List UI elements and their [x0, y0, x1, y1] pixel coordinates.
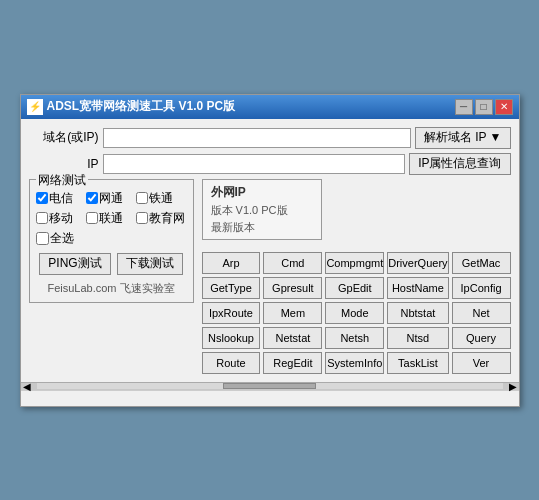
scrollbar-thumb[interactable] [223, 383, 316, 389]
cmd-btn-regedit[interactable]: RegEdit [263, 352, 322, 374]
domain-row: 域名(或IP) 解析域名 IP ▼ [29, 127, 511, 149]
content-area: 域名(或IP) 解析域名 IP ▼ IP IP属性信息查询 网络测试 [21, 119, 519, 382]
status-bar [21, 390, 519, 406]
app-icon: ⚡ [27, 99, 43, 115]
title-bar: ⚡ ADSL宽带网络测速工具 V1.0 PC版 ─ □ ✕ [21, 95, 519, 119]
cmd-btn-nslookup[interactable]: Nslookup [202, 327, 261, 349]
netcom-label: 网通 [99, 190, 123, 207]
left-panel: 网络测试 电信 网通 [29, 179, 194, 374]
railcom-checkbox[interactable] [136, 192, 148, 204]
domain-input[interactable] [103, 128, 411, 148]
cmd-btn-gpresult[interactable]: Gpresult [263, 277, 322, 299]
cmd-btn-systeminfo[interactable]: SystemInfo [325, 352, 384, 374]
latest-label: 最新版本 [211, 221, 255, 233]
checkbox-row-2: 移动 联通 教育网 [36, 210, 187, 227]
cmd-btn-hostname[interactable]: HostName [387, 277, 448, 299]
horizontal-scrollbar[interactable]: ◀ ▶ [21, 382, 519, 390]
checkbox-all: 全选 [36, 230, 74, 247]
window-title: ADSL宽带网络测速工具 V1.0 PC版 [47, 98, 236, 115]
scroll-right-arrow[interactable]: ▶ [507, 381, 519, 392]
version-label: 版本 [211, 204, 233, 216]
mobile-label: 移动 [49, 210, 73, 227]
ip-attr-button[interactable]: IP属性信息查询 [409, 153, 510, 175]
all-checkbox[interactable] [36, 232, 49, 245]
edu-checkbox[interactable] [136, 212, 148, 224]
netcom-checkbox[interactable] [86, 192, 98, 204]
cmd-btn-getmac[interactable]: GetMac [452, 252, 511, 274]
cmd-btn-netsh[interactable]: Netsh [325, 327, 384, 349]
outer-ip-title: 外网IP [211, 184, 313, 201]
outer-ip-box: 外网IP 版本 V1.0 PC版 最新版本 [202, 179, 322, 240]
cmd-btn-gpedit[interactable]: GpEdit [325, 277, 384, 299]
scroll-left-arrow[interactable]: ◀ [21, 381, 33, 392]
cmd-btn-gettype[interactable]: GetType [202, 277, 261, 299]
network-test-group: 网络测试 电信 网通 [29, 179, 194, 303]
domain-label: 域名(或IP) [29, 129, 99, 146]
title-buttons: ─ □ ✕ [455, 99, 513, 115]
checkbox-netcom: 网通 [86, 190, 134, 207]
cmd-btn-ver[interactable]: Ver [452, 352, 511, 374]
cmd-btn-ntsd[interactable]: Ntsd [387, 327, 448, 349]
railcom-label: 铁通 [149, 190, 173, 207]
checkbox-railcom: 铁通 [136, 190, 184, 207]
version-value: V1.0 PC版 [236, 204, 288, 216]
main-window: ⚡ ADSL宽带网络测速工具 V1.0 PC版 ─ □ ✕ 域名(或IP) 解析… [20, 94, 520, 407]
minimize-button[interactable]: ─ [455, 99, 473, 115]
cmd-btn-mem[interactable]: Mem [263, 302, 322, 324]
mobile-checkbox[interactable] [36, 212, 48, 224]
checkbox-telecom: 电信 [36, 190, 84, 207]
resolve-button[interactable]: 解析域名 IP ▼ [415, 127, 511, 149]
ip-label: IP [29, 157, 99, 171]
checkbox-row-1: 电信 网通 铁通 [36, 190, 187, 207]
main-area: 网络测试 电信 网通 [29, 179, 511, 374]
telecom-label: 电信 [49, 190, 73, 207]
network-test-title: 网络测试 [36, 172, 88, 189]
cmd-btn-cmd[interactable]: Cmd [263, 252, 322, 274]
cmd-btn-net[interactable]: Net [452, 302, 511, 324]
scrollbar-track[interactable] [37, 383, 503, 389]
checkbox-row-3: 全选 [36, 230, 187, 247]
unicom-label: 联通 [99, 210, 123, 227]
title-bar-left: ⚡ ADSL宽带网络测速工具 V1.0 PC版 [27, 98, 236, 115]
cmd-btn-driverquery[interactable]: DriverQuery [387, 252, 448, 274]
cmd-btn-route[interactable]: Route [202, 352, 261, 374]
version-row: 版本 V1.0 PC版 [211, 203, 313, 218]
all-label: 全选 [50, 230, 74, 247]
cmd-btn-nbtstat[interactable]: Nbtstat [387, 302, 448, 324]
download-button[interactable]: 下载测试 [117, 253, 183, 275]
ip-input[interactable] [103, 154, 406, 174]
right-panel: 外网IP 版本 V1.0 PC版 最新版本 ArpCmdCompmgmtDriv… [202, 179, 511, 374]
cmd-btn-ipconfig[interactable]: IpConfig [452, 277, 511, 299]
cmd-btn-compmgmt[interactable]: Compmgmt [325, 252, 384, 274]
cmd-btn-arp[interactable]: Arp [202, 252, 261, 274]
cmd-btn-query[interactable]: Query [452, 327, 511, 349]
cmd-grid: ArpCmdCompmgmtDriverQueryGetMacGetTypeGp… [202, 252, 511, 374]
unicom-checkbox[interactable] [86, 212, 98, 224]
cmd-btn-netstat[interactable]: Netstat [263, 327, 322, 349]
ip-row: IP IP属性信息查询 [29, 153, 511, 175]
latest-row: 最新版本 [211, 220, 313, 235]
telecom-checkbox[interactable] [36, 192, 48, 204]
edu-label: 教育网 [149, 210, 185, 227]
cmd-btn-mode[interactable]: Mode [325, 302, 384, 324]
cmd-btn-tasklist[interactable]: TaskList [387, 352, 448, 374]
footer-text: FeisuLab.com 飞速实验室 [36, 279, 187, 298]
cmd-btn-ipxroute[interactable]: IpxRoute [202, 302, 261, 324]
checkbox-mobile: 移动 [36, 210, 84, 227]
ping-button[interactable]: PING测试 [39, 253, 110, 275]
close-button[interactable]: ✕ [495, 99, 513, 115]
btn-row: PING测试 下载测试 [36, 253, 187, 275]
right-panel-top: 外网IP 版本 V1.0 PC版 最新版本 [202, 179, 511, 246]
checkbox-unicom: 联通 [86, 210, 134, 227]
maximize-button[interactable]: □ [475, 99, 493, 115]
checkbox-edu: 教育网 [136, 210, 184, 227]
